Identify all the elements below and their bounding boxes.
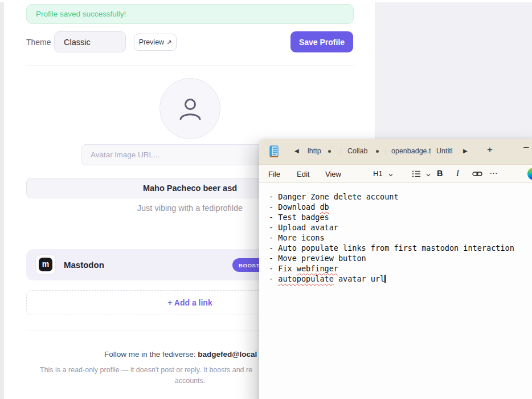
todo-text: - Auto populate links from first mastodo…	[269, 243, 514, 253]
add-link-label: + Add a link	[167, 298, 212, 307]
todo-line: - autopopulate avatar url	[269, 274, 532, 284]
theme-label: Theme	[26, 38, 51, 47]
text-caret	[384, 275, 386, 283]
todo-text: - Upload avatar	[269, 223, 338, 232]
todo-line: - Move preview button	[269, 254, 532, 264]
list-dropdown-icon[interactable]	[412, 170, 421, 178]
menu-view[interactable]: View	[323, 169, 343, 180]
italic-button[interactable]: I	[456, 169, 459, 178]
mastodon-icon: m	[35, 254, 56, 275]
minimize-button[interactable]: –	[523, 141, 529, 153]
tab-http[interactable]: lhttp	[308, 147, 321, 155]
avatar-placeholder	[159, 78, 220, 139]
fediverse-handle: badgefed@local	[198, 350, 257, 359]
notepad-toolbar: File Edit View H1 B I …	[259, 164, 532, 183]
tab-openbadge[interactable]: openbadge.t	[391, 147, 431, 155]
todo-text: - Download	[269, 202, 320, 211]
follow-line: Follow me in the fediverse: badgefed@loc…	[104, 350, 257, 359]
divider	[26, 66, 354, 66]
notepad-titlebar[interactable]: ◀ lhttp Collab openbadge.t Untitl ▶ + –	[259, 139, 532, 164]
save-profile-button[interactable]: Save Profile	[290, 31, 353, 52]
success-banner-text: Profile saved successfully!	[36, 10, 126, 18]
todo-line: - Upload avatar	[269, 223, 532, 233]
success-banner: Profile saved successfully!	[26, 4, 354, 24]
tab-scroll-right-icon[interactable]: ▶	[463, 148, 468, 154]
heading-dropdown[interactable]: H1	[373, 169, 383, 178]
todo-line: - More icons	[269, 233, 532, 243]
unsaved-dot	[376, 150, 379, 153]
unsaved-dot	[328, 150, 331, 153]
copilot-icon[interactable]	[527, 168, 532, 180]
tab-separator	[431, 147, 431, 156]
follow-prefix: Follow me in the fediverse:	[104, 350, 198, 359]
todo-text: - Danger Zone delete account	[269, 192, 399, 201]
preview-button[interactable]: Preview ↗	[134, 34, 177, 51]
tab-collab[interactable]: Collab	[347, 147, 367, 155]
todo-line: - Auto populate links from first mastodo…	[269, 243, 532, 254]
todo-text: - Move preview button	[269, 254, 366, 263]
tab-separator	[386, 147, 386, 156]
misspelled-word: webfinger	[297, 264, 338, 273]
desktop-edge-left	[0, 2, 4, 399]
link-item-label: Mastodon	[64, 260, 104, 270]
misspelled-word: db	[320, 202, 329, 211]
todo-line: - Test badges	[269, 213, 532, 223]
notepad-app-icon	[268, 145, 280, 158]
tab-untitled[interactable]: Untitl	[436, 147, 452, 155]
chevron-down-icon[interactable]	[388, 172, 394, 178]
todo-line: - Download db	[269, 202, 532, 213]
menu-file[interactable]: File	[266, 169, 283, 180]
preview-button-label: Preview	[139, 38, 164, 46]
save-profile-label: Save Profile	[299, 38, 345, 47]
chevron-down-icon[interactable]	[425, 172, 431, 178]
link-button-icon[interactable]	[472, 170, 482, 178]
misspelled-word: autopopulate	[278, 274, 334, 283]
editor-area[interactable]: - Danger Zone delete account - Download …	[259, 184, 532, 399]
more-options-button[interactable]: …	[489, 166, 498, 176]
todo-text: -	[269, 274, 278, 283]
person-icon	[177, 96, 203, 122]
todo-text: - Fix	[269, 264, 297, 273]
notepad-window: ◀ lhttp Collab openbadge.t Untitl ▶ + – …	[259, 139, 532, 399]
tab-separator	[341, 147, 341, 156]
todo-text: - More icons	[269, 233, 325, 242]
readonly-note-line1: This is a read-only profile — it doesn't…	[40, 366, 252, 374]
external-link-icon: ↗	[166, 39, 171, 46]
bold-button[interactable]: B	[437, 169, 443, 178]
todo-text: avatar url	[334, 274, 384, 283]
menu-edit[interactable]: Edit	[294, 169, 312, 180]
tab-scroll-left-icon[interactable]: ◀	[294, 148, 299, 154]
todo-line: - Fix webfinger	[269, 264, 532, 274]
todo-line: - Danger Zone delete account	[269, 192, 532, 202]
new-tab-button[interactable]: +	[487, 144, 493, 156]
mastodon-icon-glyph: m	[39, 258, 52, 271]
todo-text: - Test badges	[269, 213, 329, 222]
theme-select[interactable]: Classic	[54, 31, 126, 52]
theme-select-value: Classic	[64, 38, 91, 47]
